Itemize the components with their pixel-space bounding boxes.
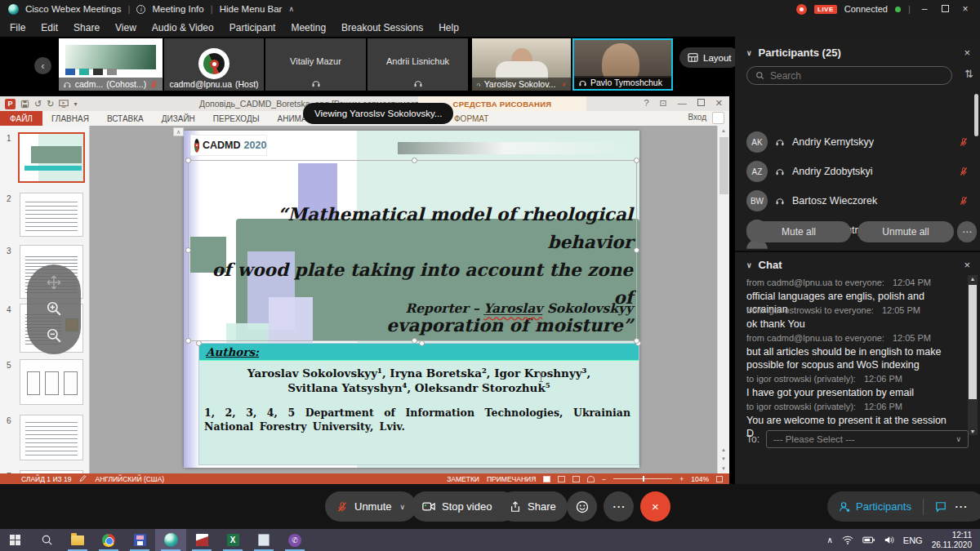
unmute-all-button[interactable]: Unmute all xyxy=(858,221,954,242)
meeting-info-button[interactable]: Meeting Info xyxy=(152,4,203,14)
qat-dropdown-icon[interactable]: ▾ xyxy=(74,100,77,108)
scroll-down-arrow[interactable]: ▼ xyxy=(718,466,729,471)
tab-transitions[interactable]: ПЕРЕХОДЫ xyxy=(204,114,269,123)
reactions-button[interactable] xyxy=(567,491,597,522)
close-button[interactable]: × xyxy=(959,3,972,15)
unmute-button[interactable]: Unmute ∨ xyxy=(325,491,416,522)
menu-file[interactable]: File xyxy=(10,22,25,33)
taskbar-chrome[interactable] xyxy=(93,529,124,551)
keyboard-language[interactable]: ENG xyxy=(903,535,923,545)
video-thumbnail-vitaliy[interactable]: Vitaliy Mazur xyxy=(265,38,366,91)
ppt-account-avatar[interactable] xyxy=(712,112,724,124)
selection-handle[interactable] xyxy=(634,247,639,253)
video-thumbnail-andrii[interactable]: Andrii Lisnichuk xyxy=(368,38,468,91)
taskbar-excel[interactable]: X xyxy=(217,529,248,551)
chat-close-icon[interactable]: × xyxy=(964,259,970,271)
leave-meeting-button[interactable]: × xyxy=(640,491,670,522)
ppt-sign-in[interactable]: Вход xyxy=(688,113,706,122)
authors-textbox[interactable]: Authors: Yaroslav Sokolovskyy¹, Iryna Bo… xyxy=(198,343,639,465)
menu-breakout-sessions[interactable]: Breakout Sessions xyxy=(341,22,423,33)
scroll-left-button[interactable]: ‹ xyxy=(34,57,51,74)
slide-canvas[interactable]: CADMD 2020 “Mathematical xyxy=(184,131,639,468)
hide-menu-bar-button[interactable]: Hide Menu Bar xyxy=(220,4,283,14)
notes-toggle[interactable]: ЗАМЕТКИ xyxy=(447,475,479,483)
chat-scrollbar[interactable]: ▲ ▼ xyxy=(968,275,978,435)
tab-home[interactable]: ГЛАВНАЯ xyxy=(42,114,98,123)
reading-view-icon[interactable] xyxy=(572,476,580,482)
more-panels-button[interactable]: ⋯ xyxy=(946,491,976,522)
zoom-level[interactable]: 104% xyxy=(691,475,709,483)
undo-icon[interactable]: ↺ xyxy=(34,99,42,109)
participant-row[interactable]: AZ Andriy Zdobytskyi xyxy=(746,158,969,185)
ppt-ribbon-options-button[interactable]: ⊡ xyxy=(660,98,667,109)
prev-slide-button[interactable]: ▲ xyxy=(718,447,729,452)
selection-handle[interactable] xyxy=(185,338,191,344)
tray-expand-icon[interactable]: ∧ xyxy=(827,535,833,544)
selection-handle[interactable] xyxy=(412,158,417,163)
comments-toggle[interactable]: ПРИМЕЧАНИЯ xyxy=(487,475,536,483)
participants-toggle-button[interactable]: Participants xyxy=(827,491,923,522)
muted-mic-icon[interactable] xyxy=(959,167,969,176)
ppt-vertical-scrollbar[interactable]: ▲ ▲ ▼ ▼ xyxy=(717,126,729,473)
fit-to-window-icon[interactable] xyxy=(716,476,723,482)
layout-button[interactable]: Layout xyxy=(679,47,740,68)
slideshow-view-icon[interactable] xyxy=(587,476,595,482)
scroll-up-arrow[interactable]: ▲ xyxy=(718,126,729,133)
selection-handle[interactable] xyxy=(196,340,202,346)
chat-scroll-down-icon[interactable]: ▼ xyxy=(968,429,978,434)
ppt-minimize-button[interactable]: — xyxy=(678,98,687,109)
chevron-down-icon[interactable]: ∨ xyxy=(746,49,752,57)
zoom-out-button[interactable]: − xyxy=(602,475,606,483)
selection-handle[interactable] xyxy=(412,338,417,344)
next-slide-button[interactable]: ▼ xyxy=(718,456,729,461)
tab-design[interactable]: ДИЗАЙН xyxy=(153,114,204,123)
taskbar-powerpoint-file[interactable] xyxy=(124,529,155,551)
selection-handle[interactable] xyxy=(185,247,191,253)
sort-participants-icon[interactable]: ⇅ xyxy=(964,68,973,80)
video-thumbnail-pavlo-active-speaker[interactable]: Pavlo Tymoshchuk xyxy=(572,38,673,91)
search-input[interactable] xyxy=(770,70,917,82)
wifi-icon[interactable] xyxy=(842,535,853,544)
menu-meeting[interactable]: Meeting xyxy=(291,22,326,33)
menu-participant[interactable]: Participant xyxy=(229,22,276,33)
taskbar-webex-active[interactable] xyxy=(155,529,186,551)
video-thumbnail-yaroslav[interactable]: Yaroslsv Sokolov... xyxy=(472,38,571,91)
chat-scrollbar-thumb[interactable] xyxy=(969,285,977,399)
muted-mic-icon[interactable] xyxy=(959,137,969,147)
selection-handle[interactable] xyxy=(419,340,425,346)
taskbar-clock[interactable]: 12:11 26.11.2020 xyxy=(932,531,972,549)
slide-sorter-view-icon[interactable] xyxy=(558,476,565,482)
redo-icon[interactable]: ↻ xyxy=(47,99,54,109)
slide-thumbnail-2[interactable] xyxy=(20,193,83,237)
taskbar-search-button[interactable] xyxy=(31,529,62,551)
mute-all-button[interactable]: Mute all xyxy=(746,221,851,242)
menu-share[interactable]: Share xyxy=(74,22,100,33)
video-thumbnail-host[interactable]: cadmd@lpnu.ua (Host) xyxy=(164,38,264,91)
participant-search[interactable] xyxy=(746,66,952,85)
minimize-button[interactable]: – xyxy=(918,3,931,15)
participants-more-button[interactable]: ⋯ xyxy=(957,221,977,242)
slideshow-icon[interactable] xyxy=(59,100,69,108)
menu-audio-video[interactable]: Audio & Video xyxy=(152,22,214,33)
maximize-button[interactable] xyxy=(938,3,951,15)
participant-row[interactable]: AK Andriy Kernytskyy xyxy=(746,128,969,156)
chevron-down-icon[interactable]: ∨ xyxy=(746,261,752,269)
chevron-down-icon[interactable]: ∨ xyxy=(400,503,406,511)
tab-file[interactable]: ФАЙЛ xyxy=(0,111,42,126)
taskbar-photo-viewer[interactable] xyxy=(186,529,217,551)
ppt-help-button[interactable]: ? xyxy=(644,98,648,109)
selection-handle[interactable] xyxy=(185,158,191,163)
textbox-selection-outline[interactable] xyxy=(188,160,637,341)
menu-view[interactable]: View xyxy=(115,22,136,33)
chat-scroll-up-icon[interactable]: ▲ xyxy=(968,276,978,282)
chat-recipient-select[interactable]: --- Please Select --- ∨ xyxy=(766,430,969,448)
pan-tool-icon[interactable] xyxy=(47,275,61,290)
menu-help[interactable]: Help xyxy=(439,22,459,33)
normal-view-icon[interactable] xyxy=(543,476,550,482)
selection-handle[interactable] xyxy=(634,158,639,163)
slide-thumbnail-5[interactable] xyxy=(20,359,83,405)
speaker-icon[interactable] xyxy=(884,535,894,544)
taskbar-viber[interactable]: ✆ xyxy=(279,529,310,551)
participant-row[interactable]: BW Bartosz Wieczorek xyxy=(746,187,969,215)
save-icon[interactable] xyxy=(20,100,29,109)
